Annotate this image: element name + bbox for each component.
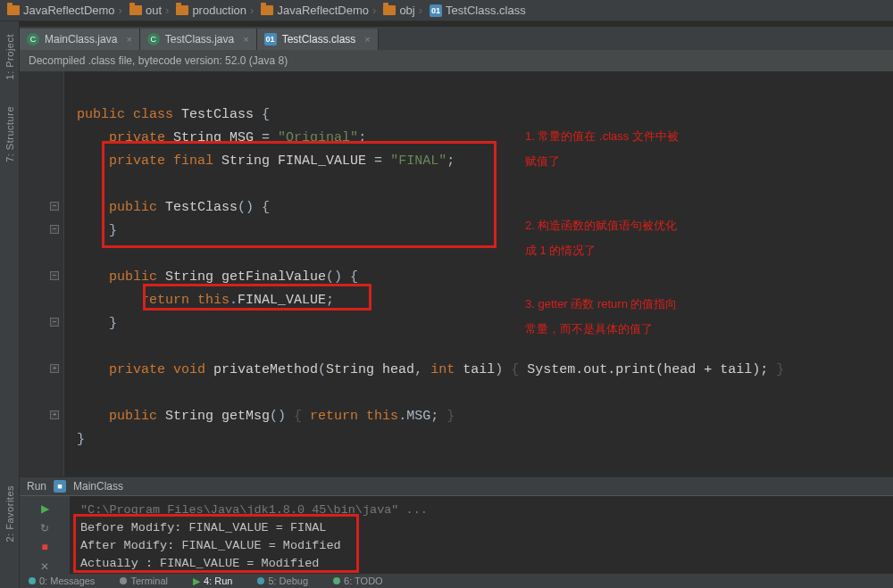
- bottom-tab-todo[interactable]: 6: TODO: [333, 576, 383, 586]
- crumb-1[interactable]: out›: [128, 4, 171, 17]
- run-output-line: After Modify: FINAL_VALUE = Modified: [80, 537, 882, 555]
- close-icon[interactable]: ×: [126, 34, 131, 45]
- run-output-line: Actually : FINAL_VALUE = Modified: [80, 555, 882, 573]
- left-toolbar: 1: Project 7: Structure: [0, 21, 20, 476]
- run-toolwindow: ▶ ↻ ■ ✕ "C:\Program Files\Java\jdk1.8.0_…: [20, 496, 893, 574]
- project-tool-button[interactable]: 1: Project: [4, 34, 15, 79]
- crumb-4[interactable]: obj›: [381, 4, 424, 17]
- bottom-tab-debug[interactable]: 5: Debug: [257, 576, 308, 586]
- folder-icon: [383, 5, 396, 15]
- editor-gutter: − − − − + +: [20, 71, 64, 476]
- crumb-file[interactable]: 01TestClass.class: [428, 4, 528, 17]
- bottom-toolbar: 0: Messages Terminal ▶4: Run 5: Debug 6:…: [20, 574, 893, 588]
- tab-mainclass[interactable]: CMainClass.java×: [20, 29, 140, 50]
- close-icon[interactable]: ×: [243, 34, 248, 45]
- run-config-name: MainClass: [73, 480, 123, 493]
- annotation-1: 1. 常量的值在 .class 文件中被: [525, 125, 679, 148]
- folder-icon: [261, 5, 273, 15]
- run-stop-icon[interactable]: ■: [38, 541, 52, 555]
- tab-testclass-java[interactable]: CTestClass.java×: [140, 29, 257, 50]
- fold-expand[interactable]: +: [50, 364, 59, 373]
- run-console[interactable]: "C:\Program Files\Java\jdk1.8.0_45\bin\j…: [70, 496, 893, 574]
- annotation-1b: 赋值了: [525, 150, 560, 173]
- run-close-icon[interactable]: ✕: [38, 559, 52, 574]
- run-config-icon: ■: [54, 480, 66, 493]
- run-cmdline: "C:\Program Files\Java\jdk1.8.0_45\bin\j…: [80, 501, 882, 519]
- structure-tool-button[interactable]: 7: Structure: [4, 106, 15, 162]
- bottom-tab-terminal[interactable]: Terminal: [120, 576, 168, 586]
- fold-toggle[interactable]: −: [50, 271, 59, 280]
- crumb-root[interactable]: JavaReflectDemo›: [5, 4, 124, 17]
- run-toolwindow-header[interactable]: Run ■ MainClass: [20, 476, 893, 496]
- crumb-2[interactable]: production›: [174, 4, 255, 17]
- run-output-line: Before Modify: FINAL_VALUE = FINAL: [80, 519, 882, 537]
- bottom-tab-run[interactable]: ▶4: Run: [193, 576, 232, 587]
- close-icon[interactable]: ×: [364, 34, 370, 45]
- folder-icon: [176, 5, 188, 15]
- annotation-2: 2. 构造函数的赋值语句被优化: [525, 214, 677, 237]
- fold-toggle[interactable]: −: [50, 202, 59, 211]
- run-play-icon[interactable]: ▶: [38, 501, 52, 516]
- left-toolbar-lower: 2: Favorites: [0, 476, 20, 588]
- editor-tabs: CMainClass.java× CTestClass.java× 01Test…: [20, 27, 893, 50]
- tab-testclass-class[interactable]: 01TestClass.class×: [257, 29, 379, 50]
- favorites-tool-button[interactable]: 2: Favorites: [4, 485, 15, 542]
- annotation-3b: 常量，而不是具体的值了: [525, 318, 653, 341]
- fold-toggle[interactable]: −: [50, 318, 59, 327]
- class-file-icon: 01: [430, 4, 442, 17]
- decompile-notice: Decompiled .class file, bytecode version…: [20, 50, 893, 71]
- fold-toggle[interactable]: −: [50, 225, 59, 234]
- folder-icon: [129, 5, 142, 15]
- annotation-3: 3. getter 函数 return 的值指向: [525, 293, 678, 316]
- code-editor[interactable]: public class TestClass { private String …: [64, 71, 893, 476]
- run-toolbar: ▶ ↻ ■ ✕: [20, 496, 70, 574]
- breadcrumb: JavaReflectDemo› out› production› JavaRe…: [0, 0, 893, 21]
- java-file-icon: C: [27, 33, 39, 46]
- crumb-3[interactable]: JavaReflectDemo›: [259, 4, 378, 17]
- folder-icon: [7, 5, 20, 15]
- java-file-icon: C: [147, 33, 160, 46]
- fold-expand[interactable]: +: [50, 410, 59, 419]
- class-file-icon: 01: [264, 33, 277, 46]
- run-title: Run: [27, 480, 46, 493]
- annotation-2b: 成 1 的情况了: [525, 239, 596, 262]
- run-rerun-icon[interactable]: ↻: [38, 521, 52, 535]
- bottom-tab-messages[interactable]: 0: Messages: [29, 576, 95, 586]
